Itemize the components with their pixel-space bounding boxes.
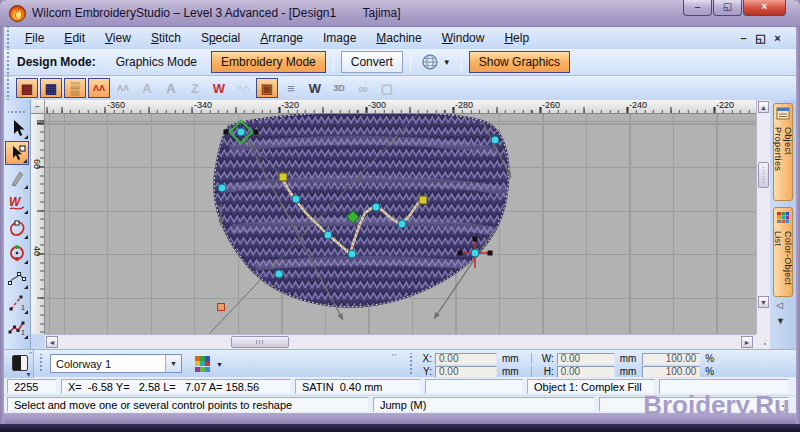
scroll-right-button[interactable]: ► bbox=[741, 336, 753, 348]
scale-input[interactable]: 100.00 bbox=[642, 366, 700, 378]
position-input[interactable]: 0.00 bbox=[435, 366, 497, 378]
scroll-up-button[interactable]: ▲ bbox=[758, 101, 769, 113]
menu-arrange[interactable]: Arrange bbox=[250, 29, 313, 47]
menu-machine[interactable]: Machine bbox=[366, 29, 431, 47]
menu-window[interactable]: Window bbox=[432, 29, 495, 47]
fancy-fill-icon[interactable]: ▩ bbox=[16, 78, 38, 98]
fill-pattern-icon[interactable]: ▣ bbox=[256, 78, 278, 98]
hoop-globe-button[interactable]: ▼ bbox=[416, 51, 456, 73]
embroidery-mode-button[interactable]: Embroidery Mode bbox=[211, 51, 326, 73]
iconbar-grip[interactable] bbox=[4, 76, 11, 100]
reshape-tool[interactable] bbox=[5, 141, 29, 165]
close-button[interactable]: × bbox=[743, 0, 786, 16]
application-window: Wilcom EmbroideryStudio – Level 3 Advanc… bbox=[0, 0, 800, 432]
control-point-black[interactable] bbox=[458, 251, 463, 256]
graphics-mode-button[interactable]: Graphics Mode bbox=[106, 51, 207, 73]
control-point-cyan[interactable] bbox=[237, 128, 245, 136]
mdi-minimize-button[interactable]: – bbox=[735, 31, 752, 46]
tab-color-object-list[interactable]: Color-Object List bbox=[773, 207, 793, 297]
zigzag-fill-icon[interactable]: ΛΛ bbox=[88, 78, 110, 98]
menu-file[interactable]: File bbox=[15, 29, 54, 47]
docked-panel-tabs: Object PropertiesColor-Object List ◁ ▼ bbox=[770, 100, 796, 349]
control-point-cyan[interactable] bbox=[324, 231, 332, 239]
menu-view[interactable]: View bbox=[95, 29, 141, 47]
ruler-label: 60 bbox=[32, 159, 42, 169]
sequin-run-icon[interactable]: W bbox=[208, 78, 230, 98]
toolpal-grip[interactable] bbox=[8, 108, 26, 114]
colorway-select[interactable]: Colorway 1 ▼ bbox=[50, 354, 182, 373]
design-canvas[interactable] bbox=[45, 114, 756, 334]
size-input[interactable]: 0.00 bbox=[557, 366, 615, 378]
lettering-tool[interactable]: W bbox=[5, 191, 29, 215]
show-graphics-button[interactable]: Show Graphics bbox=[469, 51, 570, 73]
knife-tool[interactable] bbox=[5, 166, 29, 190]
colorbar-grip[interactable] bbox=[38, 354, 43, 373]
panel-collapse-arrow-icon[interactable]: ◁ bbox=[776, 300, 783, 310]
control-point-cyan[interactable] bbox=[292, 195, 300, 203]
title-bar[interactable]: Wilcom EmbroideryStudio – Level 3 Advanc… bbox=[0, 0, 800, 27]
horizontal-scrollbar[interactable]: ◄ ► bbox=[45, 334, 756, 349]
horizontal-scroll-thumb[interactable] bbox=[231, 336, 289, 348]
vertical-scrollbar[interactable]: ▲ ▼ bbox=[756, 100, 770, 334]
convert-button[interactable]: Convert bbox=[341, 51, 403, 73]
menu-image[interactable]: Image bbox=[313, 29, 366, 47]
control-point-cyan[interactable] bbox=[218, 184, 226, 192]
select-tool[interactable] bbox=[5, 116, 29, 140]
restore-button[interactable]: ◱ bbox=[713, 0, 742, 16]
tab-object-properties[interactable]: Object Properties bbox=[773, 103, 793, 201]
embroidery-object[interactable] bbox=[214, 114, 508, 307]
control-point-black[interactable] bbox=[488, 251, 493, 256]
menu-edit[interactable]: Edit bbox=[54, 29, 95, 47]
motif-fill-icon[interactable]: ▒ bbox=[64, 78, 86, 98]
menu-stitch[interactable]: Stitch bbox=[141, 29, 191, 47]
hatch-stitch-icon[interactable]: W bbox=[304, 78, 326, 98]
control-point-yellow[interactable] bbox=[279, 173, 287, 181]
menu-special[interactable]: Special bbox=[191, 29, 250, 47]
overflow-dots-icon[interactable]: '' bbox=[29, 351, 32, 358]
run-stitch-tool[interactable]: 1 bbox=[5, 291, 29, 315]
control-point-black[interactable] bbox=[254, 130, 259, 135]
colorway-toolbar: '' ▼ Colorway 1 ▼ ▼ '' X:0.00mmW:0.00mm1… bbox=[4, 349, 796, 377]
scroll-down-button[interactable]: ▼ bbox=[758, 296, 769, 308]
circle-star-tool[interactable] bbox=[5, 241, 29, 265]
control-point-cyan[interactable] bbox=[275, 270, 283, 278]
control-point-black[interactable] bbox=[224, 130, 229, 135]
panel-down-arrow-icon[interactable]: ▼ bbox=[776, 316, 785, 326]
ruler-corner: ⌐ bbox=[31, 100, 45, 114]
transform-grip[interactable] bbox=[408, 353, 413, 374]
control-point-black[interactable] bbox=[473, 237, 478, 242]
open-shape-tool[interactable] bbox=[5, 266, 29, 290]
control-point-orange[interactable] bbox=[218, 304, 225, 311]
menubar-grip[interactable] bbox=[4, 27, 11, 49]
minimize-button[interactable]: – bbox=[683, 0, 712, 16]
closed-shape-tool[interactable] bbox=[5, 216, 29, 240]
overflow-dots-icon[interactable]: '' bbox=[392, 352, 397, 361]
control-point-yellow[interactable] bbox=[419, 196, 427, 204]
palette-grid-icon[interactable] bbox=[194, 355, 212, 373]
scale-input[interactable]: 100.00 bbox=[642, 353, 700, 365]
triple-run-tool[interactable]: 1 bbox=[5, 316, 29, 340]
window-title: Wilcom EmbroideryStudio – Level 3 Advanc… bbox=[32, 6, 401, 20]
mdi-close-button[interactable]: × bbox=[769, 31, 786, 46]
globe-icon bbox=[421, 53, 439, 71]
control-point-cyan[interactable] bbox=[491, 136, 499, 144]
modebar-grip[interactable] bbox=[4, 49, 11, 75]
toolbar-options-chevron-icon[interactable]: ▼ bbox=[25, 371, 32, 378]
tatami-fill-icon[interactable]: ▦ bbox=[40, 78, 62, 98]
scroll-left-button[interactable]: ◄ bbox=[46, 336, 58, 348]
vertical-scroll-thumb[interactable] bbox=[758, 162, 769, 188]
unit-label: mm bbox=[502, 353, 519, 364]
menu-help[interactable]: Help bbox=[494, 29, 539, 47]
control-point-cyan[interactable] bbox=[471, 249, 479, 257]
control-point-cyan[interactable] bbox=[348, 250, 356, 258]
mdi-restore-button[interactable]: ◱ bbox=[752, 31, 769, 46]
palette-caret-icon[interactable]: ▼ bbox=[216, 361, 223, 368]
3d-view-icon[interactable]: 3D bbox=[328, 78, 350, 98]
position-input[interactable]: 0.00 bbox=[435, 353, 497, 365]
bw-disk-icon[interactable] bbox=[12, 355, 28, 371]
stitch-list-icon[interactable]: ≡ bbox=[280, 78, 302, 98]
control-point-cyan[interactable] bbox=[372, 203, 380, 211]
size-input[interactable]: 0.00 bbox=[557, 353, 615, 365]
combo-dropdown-icon[interactable]: ▼ bbox=[165, 355, 181, 372]
control-point-cyan[interactable] bbox=[398, 220, 406, 228]
